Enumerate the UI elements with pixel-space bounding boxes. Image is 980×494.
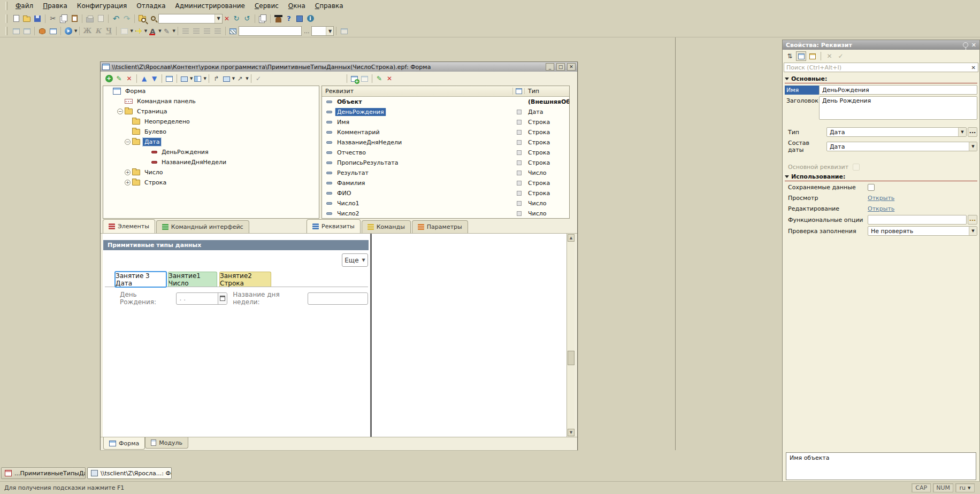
redo-icon[interactable]: ↷ (121, 13, 132, 24)
scrollbar-thumb[interactable] (568, 351, 575, 365)
nav-back-icon[interactable]: ↺ (242, 13, 252, 24)
font-color-icon[interactable]: A (147, 26, 158, 36)
attribute-row[interactable]: ДеньРождения Дата (322, 107, 569, 117)
paste-icon[interactable] (69, 13, 80, 24)
column-header-attribute[interactable]: Реквизит (322, 88, 513, 95)
italic-icon[interactable]: К (93, 26, 103, 36)
clear-search-icon[interactable]: ✕ (223, 15, 231, 22)
weekday-input[interactable] (308, 292, 368, 305)
apply-check-icon[interactable]: ✓ (254, 74, 264, 84)
menu-item[interactable]: Правка (38, 1, 72, 11)
delete-attribute-icon[interactable]: ✕ (385, 74, 395, 84)
attribute-row[interactable]: Отчество Строка (322, 148, 569, 158)
tree-expander-icon[interactable] (125, 180, 131, 186)
borders-icon[interactable] (119, 26, 129, 36)
nav-forward-icon[interactable]: ↻ (231, 13, 242, 24)
calendar-icon[interactable] (218, 293, 227, 304)
menu-item[interactable]: Конфигурация (72, 1, 132, 11)
search-combobox[interactable]: ▼ (158, 14, 223, 24)
property-row-caption[interactable]: Заголовок День Рождения (785, 96, 977, 120)
swap-arrow-icon[interactable]: ↱ (211, 74, 221, 84)
menu-item[interactable]: Окна (284, 1, 310, 11)
attribute-checkbox[interactable] (517, 160, 522, 165)
property-row-name[interactable]: Имя ДеньРождения (785, 85, 977, 95)
property-row-main-attribute[interactable]: Основной реквизит (785, 164, 977, 171)
column-header-type[interactable]: Тип (525, 88, 569, 95)
pattern-icon[interactable] (228, 26, 239, 36)
show-important-icon[interactable] (807, 51, 817, 61)
attribute-checkbox[interactable] (517, 120, 522, 125)
align-justify-icon[interactable] (212, 26, 223, 36)
pin-icon[interactable] (963, 42, 968, 48)
section-main[interactable]: Основные: (785, 74, 977, 83)
add-attribute-icon[interactable]: + (349, 74, 359, 84)
more-button[interactable]: Еще▼ (342, 253, 368, 267)
form-preview-canvas[interactable]: Примитивные типы данных Еще▼ Занятие 3 Д… (103, 234, 569, 437)
align-center-icon[interactable] (191, 26, 202, 36)
tree-expander-icon[interactable] (125, 169, 131, 175)
type-ellipsis-button[interactable]: ... (968, 127, 977, 137)
fill-check-value[interactable]: Не проверять▼ (868, 226, 977, 236)
edit-open-link[interactable]: Открыть (868, 205, 894, 212)
tree-item[interactable]: НазваниеДняНедели (103, 157, 319, 167)
attribute-row[interactable]: Фамилия Строка (322, 178, 569, 188)
undo-icon[interactable]: ↶ (111, 13, 121, 24)
property-value-date-parts[interactable]: Дата▼ (826, 142, 977, 151)
edit-attribute-icon[interactable]: ✎ (374, 74, 385, 84)
properties-header[interactable]: Свойства: Реквизит ✕ (783, 40, 979, 50)
zoom-combobox[interactable]: ▼ (311, 26, 334, 36)
attribute-checkbox[interactable] (517, 191, 522, 196)
menu-item[interactable]: Администрирование (171, 1, 250, 11)
help-contents-icon[interactable] (294, 13, 305, 24)
toolbar-grip[interactable] (5, 27, 7, 35)
property-row-date-parts[interactable]: Состав даты Дата▼ (785, 138, 977, 155)
designer-tab[interactable]: Параметры (412, 220, 468, 233)
open-icon[interactable] (21, 13, 32, 24)
menu-item[interactable]: Отладка (132, 1, 170, 11)
tree-expander-icon[interactable] (125, 139, 131, 145)
form-module-tab[interactable]: Модуль (145, 437, 188, 449)
attribute-row[interactable]: Число1 Число (322, 198, 569, 209)
attribute-checkbox[interactable] (517, 130, 522, 135)
move-up-icon[interactable]: ▲ (139, 74, 149, 84)
attribute-row[interactable]: НазваниеДняНедели Строка (322, 137, 569, 148)
form-page-tab[interactable]: Занятие2 Строка (219, 272, 271, 287)
edit-item-icon[interactable]: ✎ (114, 74, 124, 84)
func-options-ellipsis-button[interactable]: ... (968, 215, 977, 225)
delete-item-icon[interactable]: ✕ (124, 74, 134, 84)
fill-color-icon[interactable] (133, 26, 144, 36)
line-color-icon[interactable]: ✎ (162, 26, 172, 36)
table-icon[interactable] (48, 26, 58, 36)
attribute-row[interactable]: Комментарий Строка (322, 127, 569, 137)
main-attribute-checkbox[interactable] (853, 164, 860, 171)
designer-tab[interactable]: Командный интерфейс (156, 220, 249, 233)
view-open-link[interactable]: Открыть (868, 195, 894, 202)
minimize-button[interactable]: _ (546, 63, 554, 71)
new-document-icon[interactable] (11, 13, 21, 24)
menu-item[interactable]: Файл (11, 1, 38, 11)
bold-icon[interactable]: Ж (82, 26, 93, 36)
property-value-name[interactable]: ДеньРождения (819, 85, 977, 95)
properties-search[interactable]: Поиск (Ctrl+Alt+I) ✕ (784, 63, 978, 72)
menu-item[interactable]: Сервис (250, 1, 284, 11)
attribute-row[interactable]: Имя Строка (322, 117, 569, 127)
section-usage[interactable]: Использование: (785, 172, 977, 181)
start-debug-dropdown-icon[interactable]: ▼ (74, 29, 77, 33)
attribute-checkbox[interactable] (517, 211, 522, 216)
tree-expander-icon[interactable] (125, 129, 131, 135)
tree-item[interactable]: Форма (103, 86, 319, 96)
taskbar-item[interactable]: ...ПримитивныеТипыДанн... (1, 467, 86, 479)
birthday-input[interactable]: . . (176, 292, 228, 305)
screen-size-icon[interactable] (221, 74, 232, 84)
layout-mode-dropdown-icon[interactable]: ▼ (203, 76, 206, 81)
toolbar-grip[interactable] (5, 14, 7, 23)
more-options-button[interactable]: ... (302, 28, 312, 35)
type-dropdown-icon[interactable]: ▼ (958, 128, 966, 136)
attribute-row[interactable]: Объект (ВнешняяОбработка.ПримитивныеТипы… (322, 97, 569, 107)
close-properties-icon[interactable]: ✕ (971, 42, 976, 49)
tree-item[interactable]: Дата (103, 137, 319, 147)
attribute-checkbox[interactable] (517, 181, 522, 186)
tree-item[interactable]: Страница (103, 106, 319, 117)
underline-icon[interactable]: Ч (103, 26, 114, 36)
collapse-icon[interactable] (785, 78, 789, 80)
